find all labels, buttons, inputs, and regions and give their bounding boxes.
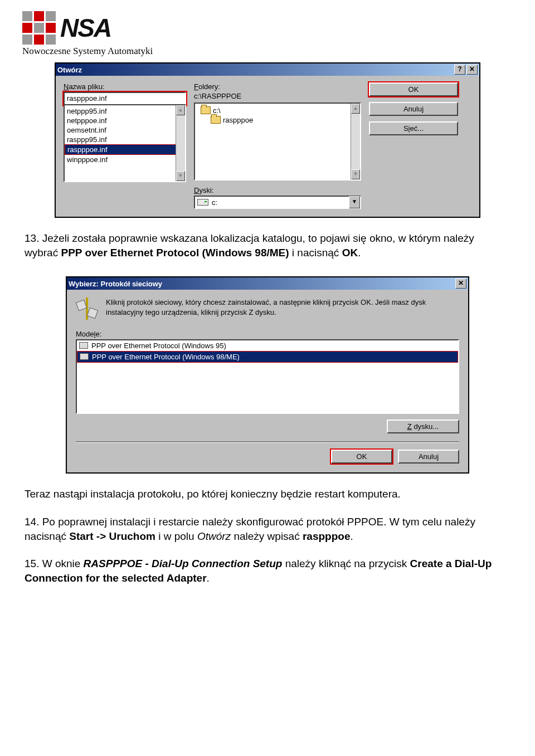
scrollbar[interactable]: ▲ ▼ <box>176 105 185 181</box>
network-button[interactable]: Sieć... <box>369 121 458 135</box>
cancel-button[interactable]: Anuluj <box>369 102 458 116</box>
ok-button[interactable]: OK <box>331 450 392 464</box>
dialog1-titlebar[interactable]: Otwórz ? ✕ <box>56 64 479 76</box>
file-listbox[interactable]: netppp95.inf netpppoe.inf oemsetnt.inf r… <box>64 104 186 182</box>
models-listbox[interactable]: PPP over Ethernet Protocol (Windows 95) … <box>76 339 459 414</box>
scroll-up-icon[interactable]: ▲ <box>176 105 185 115</box>
chevron-down-icon[interactable]: ▼ <box>349 196 360 208</box>
logo-subtitle: Nowoczesne Systemy Automatyki <box>22 46 513 57</box>
close-icon[interactable]: ✕ <box>466 65 478 75</box>
filename-input[interactable]: raspppoe.inf <box>64 92 186 105</box>
models-label: Modele: <box>76 330 459 338</box>
filename-label: Nazwa pliku: <box>64 82 186 91</box>
dialog2-titlebar[interactable]: Wybierz: Protokół sieciowy ✕ <box>67 277 468 290</box>
drive-icon <box>197 199 208 206</box>
separator <box>76 441 459 443</box>
list-item[interactable]: PPP over Ethernet Protocol (Windows 95) <box>77 340 458 351</box>
scroll-down-icon[interactable]: ▼ <box>351 169 360 179</box>
step-14-text: 14. Po poprawnej instalacji i restarcie … <box>25 515 510 543</box>
logo-squares-icon <box>22 11 56 45</box>
drives-dropdown[interactable]: c: ▼ <box>194 196 361 209</box>
select-protocol-dialog: Wybierz: Protokół sieciowy ✕ Kliknij pro… <box>66 276 469 474</box>
dialog2-title: Wybierz: Protokół sieciowy <box>69 280 162 288</box>
list-item-selected[interactable]: raspppoe.inf <box>65 144 176 155</box>
protocol-icon <box>80 353 89 360</box>
folders-path: c:\RASPPPOE <box>194 92 361 100</box>
list-item[interactable]: oemsetnt.inf <box>65 125 176 135</box>
drives-label: Dyski: <box>194 186 361 194</box>
post-install-text: Teraz nastąpi instalacja protokołu, po k… <box>25 487 510 501</box>
dialog1-title: Otwórz <box>57 66 82 74</box>
folder-icon <box>211 116 221 124</box>
close-icon[interactable]: ✕ <box>455 279 466 289</box>
folders-label: Foldery: <box>194 82 361 91</box>
open-file-dialog: Otwórz ? ✕ Nazwa pliku: raspppoe.inf net… <box>55 62 480 218</box>
list-item-selected[interactable]: PPP over Ethernet Protocol (Windows 98/M… <box>77 351 458 363</box>
drives-value: c: <box>212 198 217 207</box>
folders-tree[interactable]: c:\ raspppoe ▲ ▼ <box>194 103 361 181</box>
step-15-text: 15. W oknie RASPPPOE - Dial-Up Connectio… <box>25 557 510 585</box>
help-icon[interactable]: ? <box>454 65 465 75</box>
step-13-text: 13. Jeżeli została poprawnie wskazana lo… <box>25 231 510 260</box>
network-cable-icon <box>76 297 98 320</box>
from-disk-button[interactable]: Z dysku... <box>387 420 459 433</box>
protocol-icon <box>79 342 88 349</box>
ok-button[interactable]: OK <box>369 82 458 96</box>
scrollbar[interactable]: ▲ ▼ <box>351 104 360 179</box>
scroll-down-icon[interactable]: ▼ <box>176 171 185 181</box>
list-item[interactable]: netppp95.inf <box>65 106 176 116</box>
logo-text: NSA <box>60 15 111 41</box>
folder-icon <box>201 106 211 114</box>
dialog2-instruction: Kliknij protokół sieciowy, który chcesz … <box>106 297 459 320</box>
list-item[interactable]: netpppoe.inf <box>65 116 176 125</box>
cancel-button[interactable]: Anuluj <box>398 450 459 464</box>
folder-item[interactable]: c:\ <box>198 106 348 115</box>
company-logo: NSA Nowoczesne Systemy Automatyki <box>22 11 513 57</box>
scroll-up-icon[interactable]: ▲ <box>351 104 360 114</box>
folder-item[interactable]: raspppoe <box>198 115 348 125</box>
list-item[interactable]: rasppp95.inf <box>65 135 176 144</box>
list-item[interactable]: winpppoe.inf <box>65 155 176 164</box>
